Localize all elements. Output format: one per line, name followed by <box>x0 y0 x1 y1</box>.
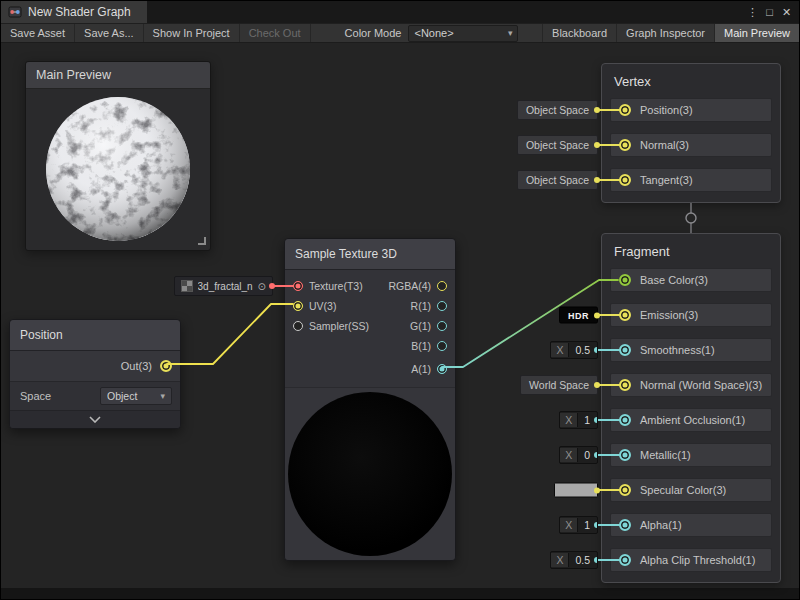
float-value: 1 <box>578 518 597 532</box>
collapse-chevron-icon <box>89 416 101 423</box>
fragment-row-smoothness[interactable]: X 0.5 Smoothness(1) <box>610 338 772 362</box>
fragment-row-alpha[interactable]: X 1 Alpha(1) <box>610 513 772 537</box>
alpha-port[interactable] <box>619 519 631 531</box>
save-as-button[interactable]: Save As... <box>75 24 144 42</box>
emission-port[interactable] <box>619 309 631 321</box>
main-preview-button[interactable]: Main Preview <box>714 24 799 42</box>
specular-color-swatch[interactable] <box>554 483 598 498</box>
main-preview-body <box>26 89 210 249</box>
blackboard-button[interactable]: Blackboard <box>542 24 616 42</box>
smoothness-port[interactable] <box>619 344 631 356</box>
metallic-label: Metallic(1) <box>640 449 691 461</box>
fragment-row-alpha-clip[interactable]: X 0.5 Alpha Clip Threshold(1) <box>610 548 772 572</box>
smoothness-field[interactable]: X 0.5 <box>550 341 598 359</box>
save-asset-button[interactable]: Save Asset <box>1 24 75 42</box>
vertex-fragment-connector-dot[interactable] <box>686 213 696 223</box>
rgba-output-port[interactable] <box>437 281 447 291</box>
position-out-label: Out(3) <box>121 360 152 372</box>
show-in-project-button[interactable]: Show In Project <box>144 24 240 42</box>
float-value: 0.5 <box>569 553 597 567</box>
a-output-label: A(1) <box>411 363 431 375</box>
float-x-label: X <box>551 553 569 567</box>
vertex-position-port[interactable] <box>619 104 631 116</box>
float-value: 1 <box>578 413 597 427</box>
main-preview-header[interactable]: Main Preview <box>26 62 210 89</box>
texture-field[interactable]: 3d_fractal_n ⊙ <box>174 276 273 296</box>
graph-inspector-button[interactable]: Graph Inspector <box>616 24 714 42</box>
vertex-tangent-label: Tangent(3) <box>640 174 693 186</box>
check-out-button[interactable]: Check Out <box>240 24 311 42</box>
titlebar: New Shader Graph ⋮ □ ✕ <box>1 1 799 23</box>
sample-texture-3d-node[interactable]: Sample Texture 3D 3d_fractal_n ⊙ Texture… <box>284 238 456 561</box>
ambient-occlusion-field[interactable]: X 1 <box>559 411 598 429</box>
texture-input-port[interactable] <box>293 281 303 291</box>
vertex-row-position[interactable]: Object Space Position(3) <box>610 98 772 122</box>
fragment-row-emission[interactable]: HDR Emission(3) <box>610 303 772 327</box>
texture-name: 3d_fractal_n <box>198 281 253 292</box>
main-preview-panel[interactable]: Main Preview <box>25 61 211 251</box>
close-icon[interactable]: ✕ <box>778 6 795 19</box>
texture-input: Texture(T3) <box>285 280 363 292</box>
fragment-row-specular-color[interactable]: Specular Color(3) <box>610 478 772 502</box>
ambient-occlusion-port[interactable] <box>619 414 631 426</box>
uv-input-port[interactable] <box>293 301 303 311</box>
metallic-port[interactable] <box>619 449 631 461</box>
preview-sphere <box>44 95 192 243</box>
tab-new-shader-graph[interactable]: New Shader Graph <box>1 1 147 23</box>
metallic-field[interactable]: X 0 <box>559 446 598 464</box>
alpha-field[interactable]: X 1 <box>559 516 598 534</box>
normal-ws-port[interactable] <box>619 379 631 391</box>
vertex-block[interactable]: Vertex Object Space Position(3) Object S… <box>601 63 781 203</box>
fragment-row-base-color[interactable]: Base Color(3) <box>610 268 772 292</box>
ambient-occlusion-label: Ambient Occlusion(1) <box>640 414 745 426</box>
space-dropdown[interactable]: Object ▾ <box>100 387 172 405</box>
space-label: Space <box>20 390 51 402</box>
graph-canvas[interactable]: Main Preview <box>1 43 799 588</box>
edge-position-out-to-uv[interactable] <box>167 304 293 364</box>
resize-handle[interactable] <box>198 237 206 245</box>
fragment-block[interactable]: Fragment Base Color(3) HDR Emission(3) X… <box>601 233 781 583</box>
position-node[interactable]: Position Out(3) Space Object ▾ <box>9 319 181 429</box>
menu-icon[interactable]: ⋮ <box>744 6 761 19</box>
position-node-title-label: Position <box>20 328 63 342</box>
position-node-title[interactable]: Position <box>10 320 180 351</box>
maximize-icon[interactable]: □ <box>761 6 778 18</box>
vertex-row-normal[interactable]: Object Space Normal(3) <box>610 133 772 157</box>
texture-thumbnail-icon <box>181 280 193 292</box>
g-output-port[interactable] <box>437 321 447 331</box>
specular-color-label: Specular Color(3) <box>640 484 726 496</box>
r-output-port[interactable] <box>437 301 447 311</box>
main-preview-title: Main Preview <box>36 68 111 82</box>
fragment-row-normal-ws[interactable]: World Space Normal (World Space)(3) <box>610 373 772 397</box>
sampler-input-port[interactable] <box>293 321 303 331</box>
a-output-port[interactable] <box>437 364 447 374</box>
color-mode-label: Color Mode <box>345 27 402 39</box>
sample-node-title[interactable]: Sample Texture 3D <box>285 239 455 270</box>
position-space-dropdown[interactable]: Object Space <box>517 100 598 120</box>
emission-hdr-field[interactable]: HDR <box>559 307 598 324</box>
tab-title: New Shader Graph <box>28 5 131 19</box>
vertex-normal-port[interactable] <box>619 139 631 151</box>
base-color-port[interactable] <box>619 274 631 286</box>
normal-space-dropdown[interactable]: Object Space <box>517 135 598 155</box>
collapse-preview-button[interactable] <box>10 410 180 428</box>
emission-label: Emission(3) <box>640 309 698 321</box>
a-output: A(1) <box>411 363 455 375</box>
vertex-tangent-port[interactable] <box>619 174 631 186</box>
fragment-row-ambient-occlusion[interactable]: X 1 Ambient Occlusion(1) <box>610 408 772 432</box>
panel-toggles: Blackboard Graph Inspector Main Preview <box>542 24 799 42</box>
specular-color-port[interactable] <box>619 484 631 496</box>
fragment-row-metallic[interactable]: X 0 Metallic(1) <box>610 443 772 467</box>
window-controls: ⋮ □ ✕ <box>744 1 799 23</box>
b-output-port[interactable] <box>437 341 447 351</box>
alpha-clip-port[interactable] <box>619 554 631 566</box>
vertex-row-tangent[interactable]: Object Space Tangent(3) <box>610 168 772 192</box>
tangent-space-dropdown[interactable]: Object Space <box>517 170 598 190</box>
normal-ws-space-dropdown[interactable]: World Space <box>520 375 598 395</box>
position-out-port[interactable] <box>160 360 172 372</box>
alpha-clip-field[interactable]: X 0.5 <box>550 551 598 569</box>
float-x-label: X <box>551 343 569 357</box>
uv-input: UV(3) <box>285 300 336 312</box>
color-mode-dropdown[interactable]: <None> ▾ <box>408 25 518 42</box>
object-picker-icon[interactable]: ⊙ <box>258 281 266 292</box>
